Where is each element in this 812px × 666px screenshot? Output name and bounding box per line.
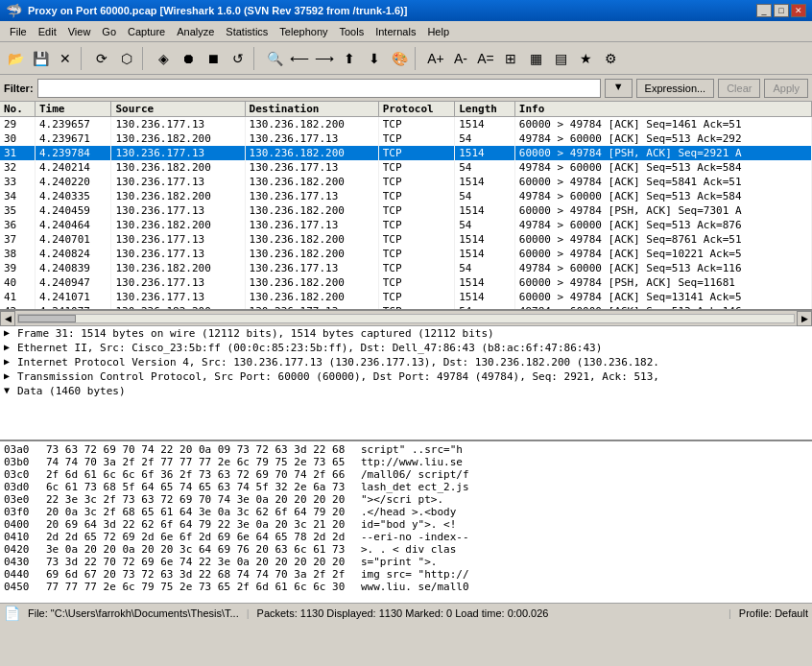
detail-row[interactable]: ▶Transmission Control Protocol, Src Port… — [0, 369, 812, 384]
capture-options-btn[interactable]: ◈ — [152, 47, 175, 70]
zoom-out-btn[interactable]: A- — [449, 47, 472, 70]
zoom-in-btn[interactable]: A+ — [424, 47, 447, 70]
table-row[interactable]: 324.240214130.236.182.200130.236.177.13T… — [0, 160, 812, 175]
scroll-thumb[interactable] — [18, 315, 76, 322]
col-header-no[interactable]: No. — [0, 102, 35, 117]
filter-label: Filter: — [4, 83, 34, 94]
table-row[interactable]: 354.240459130.236.177.13130.236.182.200T… — [0, 203, 812, 218]
table-row[interactable]: 344.240335130.236.182.200130.236.177.13T… — [0, 189, 812, 203]
hex-bytes: 73 63 72 69 70 74 22 20 0a 09 73 72 63 3… — [46, 443, 353, 456]
col-header-source[interactable]: Source — [111, 102, 245, 117]
filter-bar: Filter: ▼ Expression... Clear Apply — [0, 75, 812, 102]
menu-item-view[interactable]: View — [62, 24, 97, 39]
hex-row: 04102d 2d 65 72 69 2d 6e 6f 2d 69 6e 64 … — [4, 531, 808, 543]
open-file-btn[interactable]: 📂 — [4, 47, 27, 70]
first-packet-btn[interactable]: ⬆ — [338, 47, 361, 70]
coloring-rules-btn[interactable]: ★ — [574, 47, 597, 70]
toolbar-separator — [253, 47, 259, 70]
prefs-btn[interactable]: ⚙ — [599, 47, 622, 70]
col-header-length[interactable]: Length — [455, 102, 515, 117]
stop-capture-btn[interactable]: ⏹ — [202, 47, 225, 70]
menu-bar: FileEditViewGoCaptureAnalyzeStatisticsTe… — [0, 21, 812, 42]
expression-button[interactable]: Expression... — [636, 79, 715, 98]
close-button[interactable]: ✕ — [791, 4, 806, 17]
packet-details[interactable]: ▶Frame 31: 1514 bytes on wire (12112 bit… — [0, 326, 812, 441]
detail-row[interactable]: ▼Data (1460 bytes) — [0, 384, 812, 398]
table-row[interactable]: 294.239657130.236.177.13130.236.182.200T… — [0, 117, 812, 132]
menu-item-tools[interactable]: Tools — [334, 24, 370, 39]
capture-interfaces-btn[interactable]: ⬡ — [115, 47, 138, 70]
col-header-info[interactable]: Info — [514, 102, 811, 117]
display-filters-btn[interactable]: ▤ — [549, 47, 572, 70]
hex-row: 03b074 74 70 3a 2f 2f 77 77 77 2e 6c 79 … — [4, 456, 808, 468]
clear-button[interactable]: Clear — [718, 79, 760, 98]
detail-row[interactable]: ▶Frame 31: 1514 bytes on wire (12112 bit… — [0, 326, 812, 341]
packet-list-scrollbar[interactable]: ◀ ▶ — [0, 311, 812, 326]
maximize-button[interactable]: □ — [774, 4, 789, 17]
table-row[interactable]: 364.240464130.236.182.200130.236.177.13T… — [0, 218, 812, 232]
find-packet-btn[interactable]: 🔍 — [263, 47, 286, 70]
menu-item-edit[interactable]: Edit — [33, 24, 62, 39]
save-btn[interactable]: 💾 — [29, 47, 52, 70]
resize-columns-btn[interactable]: ⊞ — [499, 47, 522, 70]
hex-dump[interactable]: 03a073 63 72 69 70 74 22 20 0a 09 73 72 … — [0, 441, 812, 603]
table-row[interactable]: 404.240947130.236.177.13130.236.182.200T… — [0, 275, 812, 290]
table-row[interactable]: 304.239671130.236.182.200130.236.177.13T… — [0, 131, 812, 146]
hex-offset: 03e0 — [4, 493, 38, 506]
hex-bytes: 74 74 70 3a 2f 2f 77 77 77 2e 6c 79 75 2… — [46, 456, 353, 468]
hex-row: 040020 69 64 3d 22 62 6f 64 79 22 3e 0a … — [4, 518, 808, 531]
color-rules-btn[interactable]: 🎨 — [388, 47, 411, 70]
reload-btn[interactable]: ⟳ — [90, 47, 113, 70]
hex-ascii: s="print ">. — [361, 556, 437, 568]
minimize-button[interactable]: _ — [756, 4, 772, 17]
menu-item-help[interactable]: Help — [421, 24, 455, 39]
scroll-right-btn[interactable]: ▶ — [797, 311, 812, 326]
status-icon: 📄 — [4, 606, 20, 621]
table-row[interactable]: 374.240701130.236.177.13130.236.182.200T… — [0, 232, 812, 247]
hex-row: 03a073 63 72 69 70 74 22 20 0a 09 73 72 … — [4, 443, 808, 456]
detail-row[interactable]: ▶Ethernet II, Src: Cisco_23:5b:ff (00:0c… — [0, 341, 812, 355]
table-row[interactable]: 414.241071130.236.177.13130.236.182.200T… — [0, 290, 812, 304]
hex-ascii: .</head >.<body — [361, 506, 456, 518]
restart-capture-btn[interactable]: ↺ — [227, 47, 250, 70]
scroll-track[interactable] — [17, 314, 795, 323]
apply-button[interactable]: Apply — [764, 79, 808, 98]
close-capture-btn[interactable]: ✕ — [54, 47, 77, 70]
col-header-protocol[interactable]: Protocol — [378, 102, 455, 117]
table-row[interactable]: 334.240220130.236.177.13130.236.182.200T… — [0, 175, 812, 189]
detail-row[interactable]: ▶Internet Protocol Version 4, Src: 130.2… — [0, 355, 812, 369]
packet-list[interactable]: No.TimeSourceDestinationProtocolLengthIn… — [0, 102, 812, 311]
col-header-destination[interactable]: Destination — [245, 102, 378, 117]
hex-ascii: --eri-no -index-- — [361, 531, 469, 543]
prev-packet-btn[interactable]: ⟵ — [288, 47, 311, 70]
hex-row: 04203e 0a 20 20 0a 20 20 3c 64 69 76 20 … — [4, 543, 808, 556]
detail-text: Internet Protocol Version 4, Src: 130.23… — [17, 356, 808, 369]
filter-input[interactable] — [37, 79, 601, 98]
menu-item-analyze[interactable]: Analyze — [171, 24, 220, 39]
table-row[interactable]: 314.239784130.236.177.13130.236.182.200T… — [0, 146, 812, 160]
start-capture-btn[interactable]: ⏺ — [177, 47, 200, 70]
hex-row: 03f020 0a 3c 2f 68 65 61 64 3e 0a 3c 62 … — [4, 506, 808, 518]
col-header-time[interactable]: Time — [35, 102, 111, 117]
menu-item-capture[interactable]: Capture — [122, 24, 171, 39]
hex-ascii: /mall06/ script/f — [361, 468, 469, 481]
hex-bytes: 77 77 77 2e 6c 79 75 2e 73 65 2f 6d 61 6… — [46, 581, 353, 593]
filter-dropdown-btn[interactable]: ▼ — [605, 79, 633, 98]
last-packet-btn[interactable]: ⬇ — [363, 47, 386, 70]
menu-item-telephony[interactable]: Telephony — [274, 24, 333, 39]
next-packet-btn[interactable]: ⟶ — [313, 47, 336, 70]
menu-item-go[interactable]: Go — [96, 24, 122, 39]
table-row[interactable]: 394.240839130.236.182.200130.236.177.13T… — [0, 261, 812, 275]
expand-icon: ▶ — [4, 327, 17, 338]
table-row[interactable]: 424.241077130.236.182.200130.236.177.13T… — [0, 304, 812, 311]
menu-item-statistics[interactable]: Statistics — [220, 24, 274, 39]
scroll-left-btn[interactable]: ◀ — [0, 311, 15, 326]
hex-row: 043073 3d 22 70 72 69 6e 74 22 3e 0a 20 … — [4, 556, 808, 568]
hex-bytes: 73 3d 22 70 72 69 6e 74 22 3e 0a 20 20 2… — [46, 556, 353, 568]
menu-item-file[interactable]: File — [4, 24, 33, 39]
capture-filters-btn[interactable]: ▦ — [524, 47, 547, 70]
menu-item-internals[interactable]: Internals — [370, 24, 421, 39]
table-row[interactable]: 384.240824130.236.177.13130.236.182.200T… — [0, 247, 812, 261]
expand-icon: ▶ — [4, 356, 17, 367]
normal-size-btn[interactable]: A= — [474, 47, 497, 70]
